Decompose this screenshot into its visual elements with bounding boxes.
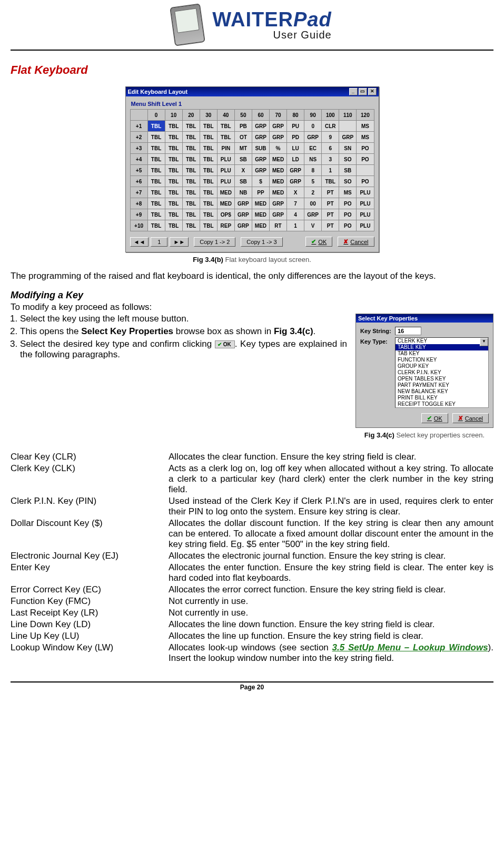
keyboard-cell[interactable]: PO — [357, 143, 374, 154]
keyboard-cell[interactable]: TBL — [322, 176, 339, 187]
key-type-dropdown[interactable]: ▼ CLERK KEYTABLE KEYTAB KEYFUNCTION KEYG… — [395, 337, 489, 408]
keyboard-cell[interactable]: TBL — [165, 176, 182, 187]
keyboard-cell[interactable]: TBL — [182, 209, 200, 220]
keyboard-cell[interactable]: PT — [322, 198, 339, 209]
keyboard-cell[interactable]: TBL — [147, 154, 165, 165]
lookup-windows-link[interactable]: 3.5 SetUp Menu – Lookup Windows — [332, 642, 488, 652]
keyboard-cell[interactable]: RT — [270, 220, 287, 231]
keyboard-cell[interactable]: SO — [339, 176, 357, 187]
keyboard-cell[interactable]: TBL — [182, 165, 200, 176]
keyboard-cell[interactable]: 8 — [304, 165, 322, 176]
keyboard-cell[interactable]: GRP — [252, 132, 269, 143]
key-type-option[interactable]: PRINT BILL KEY — [396, 395, 488, 401]
key-type-option[interactable]: GROUP KEY — [396, 363, 488, 369]
key-string-input[interactable]: 16 — [395, 327, 421, 335]
keyboard-cell[interactable]: GRP — [252, 154, 269, 165]
keyboard-cell[interactable]: PO — [339, 209, 357, 220]
keyboard-cell[interactable]: X — [287, 187, 304, 198]
keyboard-cell[interactable]: PLU — [217, 176, 234, 187]
key-type-option[interactable]: OPEN TABLES KEY — [396, 376, 488, 382]
keyboard-cell[interactable]: MED — [217, 198, 234, 209]
keyboard-cell[interactable]: GRP — [234, 209, 252, 220]
keyboard-cell[interactable]: 6 — [322, 143, 339, 154]
keyboard-cell[interactable]: TBL — [165, 209, 182, 220]
keyboard-cell[interactable]: PT — [322, 187, 339, 198]
keyboard-cell[interactable]: TBL — [217, 121, 234, 132]
key-type-option[interactable]: PART PAYMENT KEY — [396, 382, 488, 388]
keyboard-cell[interactable]: TBL — [182, 143, 200, 154]
keyboard-cell[interactable]: $ — [252, 176, 269, 187]
keyboard-cell[interactable]: TBL — [165, 220, 182, 231]
key-type-option[interactable]: FUNCTION KEY — [396, 357, 488, 363]
pager-next-button[interactable]: ►► — [170, 237, 189, 247]
keyboard-cell[interactable]: GRP — [234, 220, 252, 231]
keyboard-cell[interactable]: PO — [357, 154, 374, 165]
keyboard-cell[interactable]: GRP — [339, 132, 357, 143]
keyboard-cell[interactable]: EC — [304, 143, 322, 154]
keyboard-cell[interactable]: PLU — [357, 220, 374, 231]
keyboard-cell[interactable]: GRP — [270, 121, 287, 132]
keyboard-cell[interactable]: 7 — [287, 198, 304, 209]
keyboard-cell[interactable]: MT — [234, 143, 252, 154]
keyboard-cell[interactable]: GRP — [252, 165, 269, 176]
keyboard-cell[interactable]: TBL — [165, 143, 182, 154]
keyboard-cell[interactable]: X — [234, 165, 252, 176]
keyboard-cell[interactable]: TBL — [165, 154, 182, 165]
pager-prev-button[interactable]: ◄◄ — [130, 237, 149, 247]
minimize-icon[interactable]: _ — [349, 88, 358, 95]
keyboard-cell[interactable]: LD — [287, 154, 304, 165]
keyboard-cell[interactable]: 5 — [304, 176, 322, 187]
keyboard-cell[interactable]: TBL — [147, 198, 165, 209]
close-icon[interactable]: ✕ — [368, 88, 377, 95]
keyboard-cell[interactable]: TBL — [165, 132, 182, 143]
keyboard-cell[interactable]: TBL — [147, 121, 165, 132]
keyboard-cell[interactable]: 9 — [322, 132, 339, 143]
keyboard-cell[interactable]: TBL — [182, 187, 200, 198]
keyboard-cell[interactable] — [357, 165, 374, 176]
keyboard-cell[interactable]: GRP — [234, 198, 252, 209]
keyboard-cell[interactable]: TBL — [147, 176, 165, 187]
keyboard-cell[interactable]: TBL — [200, 121, 217, 132]
keyboard-cell[interactable]: PO — [357, 176, 374, 187]
copy-1-3-button[interactable]: Copy 1 -> 3 — [241, 237, 282, 247]
keyboard-cell[interactable]: 2 — [304, 187, 322, 198]
keyboard-cell[interactable]: PT — [322, 220, 339, 231]
keyboard-cell[interactable]: CLR — [322, 121, 339, 132]
keyboard-cell[interactable]: PO — [339, 220, 357, 231]
keyboard-cell[interactable]: MS — [339, 187, 357, 198]
keyboard-cell[interactable]: TBL — [182, 121, 200, 132]
keyboard-cell[interactable]: GRP — [304, 209, 322, 220]
keyboard-cell[interactable]: NB — [234, 187, 252, 198]
keyboard-cell[interactable]: PT — [322, 209, 339, 220]
keyboard-cell[interactable]: PLU — [357, 209, 374, 220]
keyboard-cell[interactable]: 0 — [304, 121, 322, 132]
keyboard-cell[interactable]: PLU — [217, 165, 234, 176]
keyboard-cell[interactable]: TBL — [165, 187, 182, 198]
maximize-icon[interactable]: ▭ — [359, 88, 367, 95]
keyboard-cell[interactable]: TBL — [217, 132, 234, 143]
keyboard-cell[interactable]: 1 — [322, 165, 339, 176]
keyboard-cell[interactable]: TBL — [200, 187, 217, 198]
keyboard-cell[interactable]: TBL — [182, 132, 200, 143]
keyboard-cell[interactable]: TBL — [200, 220, 217, 231]
dropdown-caret-icon[interactable]: ▼ — [480, 338, 488, 346]
keyboard-cell[interactable]: 1 — [287, 220, 304, 231]
keyboard-cell[interactable]: SO — [339, 154, 357, 165]
keyboard-cell[interactable]: TBL — [147, 132, 165, 143]
keyboard-cell[interactable]: TBL — [200, 154, 217, 165]
keyboard-cell[interactable]: TBL — [165, 198, 182, 209]
keyboard-cell[interactable]: TBL — [200, 165, 217, 176]
key-type-option[interactable]: RECEIPT TOGGLE KEY — [396, 401, 488, 407]
keyboard-cell[interactable]: TBL — [147, 220, 165, 231]
keyboard-cell[interactable]: MS — [357, 132, 374, 143]
keyboard-cell[interactable]: 00 — [304, 198, 322, 209]
keyboard-cell[interactable]: PB — [234, 121, 252, 132]
keyboard-cell[interactable]: NS — [304, 154, 322, 165]
keyboard-cell[interactable]: TBL — [182, 154, 200, 165]
props-cancel-button[interactable]: ✘Cancel — [452, 413, 489, 423]
keyboard-cell[interactable]: MED — [270, 176, 287, 187]
keyboard-cell[interactable]: REP — [217, 220, 234, 231]
keyboard-cell[interactable]: LU — [287, 143, 304, 154]
keyboard-cell[interactable]: GRP — [287, 176, 304, 187]
keyboard-cell[interactable]: MED — [252, 209, 269, 220]
